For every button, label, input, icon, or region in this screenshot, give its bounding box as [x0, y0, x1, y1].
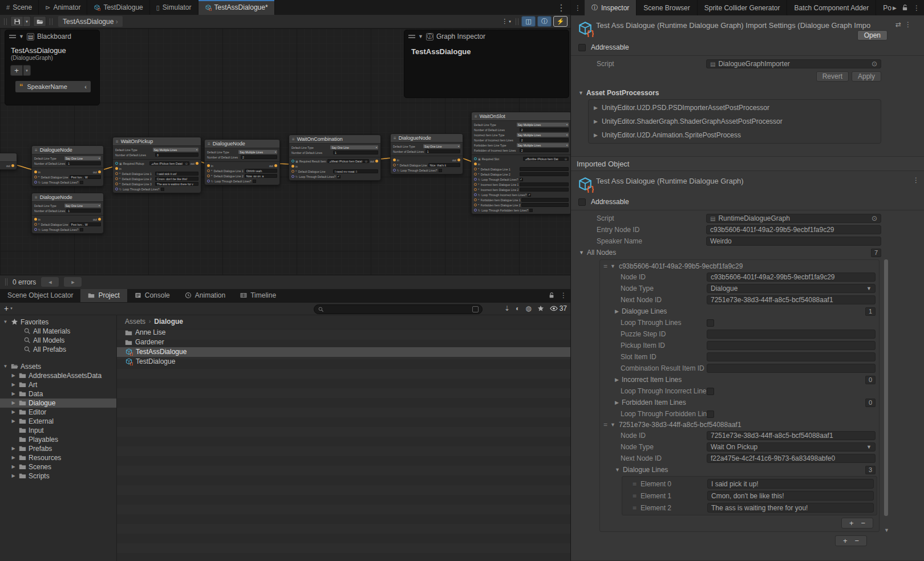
tab-project[interactable]: Project [80, 289, 127, 302]
element-text-field[interactable]: The ass is waiting there for you! [707, 503, 874, 513]
addressable-checkbox[interactable] [578, 44, 586, 51]
string-port[interactable] [474, 168, 477, 170]
object-field[interactable]: ⊿Meat (Pickup Item Data)⊙ [327, 159, 369, 163]
expand-chevron-icon[interactable]: ‹ [84, 83, 87, 90]
number-field[interactable]: 3 [155, 153, 198, 157]
tree-foldout-icon[interactable]: ▶ [10, 464, 17, 469]
number-field[interactable]: 1 [425, 149, 460, 153]
node-title-bar[interactable]: ≡WaitOnCombination [289, 135, 380, 144]
collapse-arrow-icon[interactable]: ▼ [418, 34, 423, 39]
output-port[interactable] [274, 164, 277, 167]
asset-anne-lise[interactable]: Anne Lise [117, 328, 570, 338]
node-title-bar[interactable]: ≡DialogueNode [32, 193, 103, 202]
foldout-arrow-icon[interactable]: ▶ [594, 132, 598, 138]
text-field[interactable]: 7251e73e-38d3-44ff-a8c5-bcf54088aaf1 [707, 431, 876, 440]
tree-folder-external[interactable]: ▶External [0, 417, 116, 426]
panel-menu-icon[interactable]: ⋮ [913, 4, 920, 12]
string-field[interactable]: Now, go on, a [245, 174, 277, 178]
tree-folder-resources[interactable]: ▶Resources [0, 453, 116, 462]
foldout-arrow-icon[interactable]: ▼ [610, 422, 615, 428]
save-dropdown-button[interactable]: ▾ [23, 16, 31, 27]
array-count-field[interactable]: 0 [865, 376, 876, 384]
open-button[interactable]: Open [857, 30, 887, 40]
text-field[interactable]: 7251e73e-38d3-44ff-a8c5-bcf54088aaf1 [707, 295, 876, 304]
node-title-bar[interactable]: ≡WaitOnSlot [472, 112, 570, 121]
string-port[interactable] [207, 169, 210, 172]
checkbox[interactable] [161, 188, 164, 191]
object-port[interactable] [115, 162, 118, 165]
string-port[interactable] [34, 176, 37, 178]
input-port[interactable] [207, 164, 210, 167]
revert-button[interactable]: Revert [816, 71, 849, 82]
drag-handle-icon[interactable]: = [603, 421, 607, 429]
project-file-list[interactable]: Assets › Dialogue Anne LiseGardenerTestA… [117, 315, 570, 561]
object-picker-icon[interactable]: ⊙ [872, 60, 877, 68]
tree-foldout-icon[interactable]: ▶ [10, 455, 17, 460]
number-field[interactable]: 2 [241, 155, 277, 159]
node-foldout-header[interactable]: =▼c93b5606-401f-49a2-99b5-9ecbf1fa9c29 [600, 261, 879, 271]
string-field[interactable] [521, 198, 569, 202]
bool-port[interactable] [474, 209, 477, 212]
string-field[interactable] [520, 172, 569, 176]
tab-truncated[interactable]: Po [876, 0, 893, 15]
next-error-button[interactable]: ► [64, 277, 82, 287]
string-port[interactable] [207, 174, 210, 177]
drag-handle-icon[interactable]: = [603, 262, 607, 270]
input-port[interactable] [34, 218, 37, 221]
script-object-field[interactable]: ▤ DialogueGraphImporter ⊙ [706, 59, 881, 68]
output-port[interactable] [98, 218, 101, 221]
script-object-field[interactable]: ▤ RuntimeDialogueGraph ⊙ [706, 214, 881, 223]
foldout-arrow-icon[interactable]: ▶ [615, 400, 619, 405]
graph-node-waitonslot[interactable]: ≡WaitOnSlotDefault Line TypeSay Multiple… [471, 112, 570, 214]
checkbox[interactable] [253, 180, 256, 183]
graph-node-dialoguenode[interactable]: ≡DialogueNodeDefault Line TypeSay Multip… [204, 139, 280, 185]
string-port[interactable] [291, 170, 294, 173]
object-picker-icon[interactable]: ⊙ [185, 162, 188, 165]
foldout-arrow-icon[interactable]: ▶ [594, 119, 598, 124]
postprocessor-item[interactable]: ▶UnityEditor.U2D.Animation.SpritePostPro… [589, 128, 881, 142]
checkbox[interactable] [80, 181, 83, 184]
object-port[interactable] [474, 157, 477, 160]
number-field[interactable]: 2 [520, 128, 569, 132]
input-port[interactable] [474, 162, 477, 165]
toggle-blackboard-button[interactable]: ◫ [521, 16, 536, 27]
string-port[interactable] [474, 183, 477, 186]
object-field[interactable]: ⊿Ass (Pickup Item Data)⊙ [149, 161, 189, 165]
node-collapse-icon[interactable]: ≡ [116, 139, 119, 144]
checkbox[interactable]: ✓ [520, 178, 523, 181]
element-text-field[interactable]: Cmon, don't be like this! [707, 491, 874, 501]
add-variable-button[interactable]: + [10, 65, 23, 76]
enum-dropdown[interactable]: Say Multiple Lines▾ [517, 123, 569, 127]
object-picker-icon[interactable]: ⊙ [872, 214, 877, 222]
drag-handle-icon[interactable] [9, 35, 16, 38]
output-port[interactable] [196, 162, 198, 165]
output-port[interactable] [11, 164, 14, 167]
text-field[interactable] [707, 341, 876, 350]
checkbox[interactable]: ✓ [528, 193, 531, 197]
addressable-checkbox[interactable] [578, 198, 586, 206]
bool-port[interactable] [115, 188, 118, 190]
panel-menu-icon[interactable]: ⋮ [571, 0, 585, 15]
tree-assets-root[interactable]: ▼Assets [0, 362, 116, 371]
blackboard-panel[interactable]: ▼ ▤ Blackboard TestAssDialogue (Dialogue… [5, 30, 100, 105]
asset-gardener[interactable]: Gardener [117, 338, 570, 347]
toggle-minimap-button[interactable]: ⚡ [553, 16, 568, 27]
number-field[interactable]: 2 [520, 148, 569, 152]
header-menu-icon[interactable]: ⋮ [905, 21, 911, 29]
drag-handle-icon[interactable]: = [633, 504, 636, 512]
bool-port[interactable] [34, 228, 37, 231]
string-field[interactable] [520, 167, 569, 171]
node-collapse-icon[interactable]: ≡ [475, 114, 477, 119]
node-collapse-icon[interactable]: ≡ [208, 141, 210, 147]
graph-node-waitoncombination[interactable]: ≡WaitOnCombinationDefault Line TypeSay O… [289, 135, 381, 181]
text-field[interactable] [707, 352, 876, 361]
string-field[interactable]: Psst boy,.. W [70, 222, 101, 226]
tree-favorite-all-models[interactable]: All Models [0, 336, 116, 345]
tab-overflow-menu-icon[interactable]: ⋮ [552, 0, 570, 15]
asset-testdialogue[interactable]: TestDialogue [117, 357, 570, 367]
text-field[interactable]: f22a475e-4c2f-41c6-9b73-6a83498abfe0 [707, 454, 876, 463]
checkbox[interactable] [80, 228, 83, 231]
tree-folder-dialogue[interactable]: ▶Dialogue [0, 399, 116, 408]
graph-inspector-header[interactable]: ▼ ⓘ Graph Inspector [404, 30, 569, 43]
tree-foldout-icon[interactable]: ▶ [10, 473, 17, 478]
